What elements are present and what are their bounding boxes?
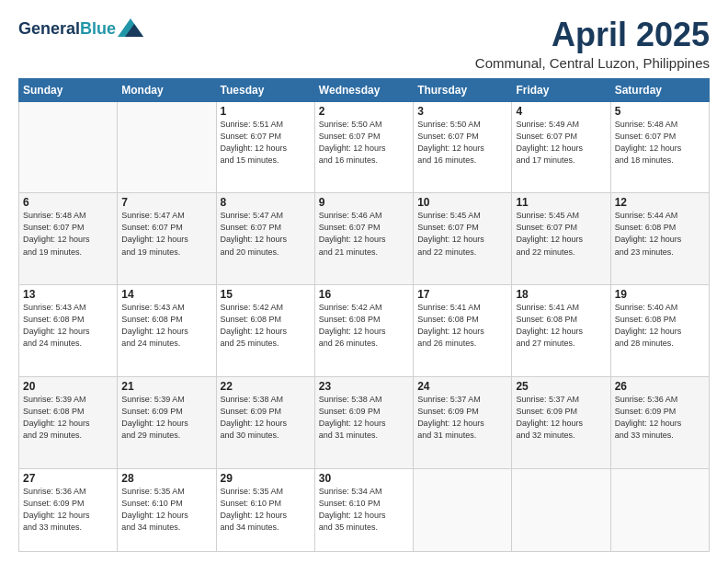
calendar-cell: 6Sunrise: 5:48 AM Sunset: 6:07 PM Daylig… bbox=[19, 193, 118, 285]
day-number: 14 bbox=[121, 288, 211, 301]
day-number: 1 bbox=[221, 105, 311, 118]
calendar-week-row: 20Sunrise: 5:39 AM Sunset: 6:08 PM Dayli… bbox=[19, 376, 710, 468]
calendar-cell bbox=[610, 468, 709, 551]
logo-text: GeneralBlue bbox=[18, 20, 116, 39]
location-subtitle: Communal, Central Luzon, Philippines bbox=[475, 55, 710, 71]
calendar-cell: 12Sunrise: 5:44 AM Sunset: 6:08 PM Dayli… bbox=[610, 193, 709, 285]
calendar-week-row: 1Sunrise: 5:51 AM Sunset: 6:07 PM Daylig… bbox=[19, 101, 710, 193]
header: GeneralBlue April 2025 Communal, Central… bbox=[18, 17, 710, 71]
day-info: Sunrise: 5:42 AM Sunset: 6:08 PM Dayligh… bbox=[319, 302, 409, 350]
day-info: Sunrise: 5:36 AM Sunset: 6:09 PM Dayligh… bbox=[23, 486, 113, 534]
day-number: 28 bbox=[121, 472, 211, 485]
calendar-cell: 4Sunrise: 5:49 AM Sunset: 6:07 PM Daylig… bbox=[512, 101, 610, 193]
day-info: Sunrise: 5:50 AM Sunset: 6:07 PM Dayligh… bbox=[417, 119, 507, 167]
day-number: 13 bbox=[23, 288, 113, 301]
day-number: 17 bbox=[417, 288, 507, 301]
day-info: Sunrise: 5:45 AM Sunset: 6:07 PM Dayligh… bbox=[516, 210, 606, 258]
calendar-cell: 20Sunrise: 5:39 AM Sunset: 6:08 PM Dayli… bbox=[19, 376, 118, 468]
calendar-cell: 22Sunrise: 5:38 AM Sunset: 6:09 PM Dayli… bbox=[216, 376, 314, 468]
day-number: 6 bbox=[23, 196, 113, 209]
calendar-cell: 30Sunrise: 5:34 AM Sunset: 6:10 PM Dayli… bbox=[314, 468, 413, 551]
calendar-cell: 18Sunrise: 5:41 AM Sunset: 6:08 PM Dayli… bbox=[512, 285, 610, 377]
calendar-cell: 2Sunrise: 5:50 AM Sunset: 6:07 PM Daylig… bbox=[314, 101, 413, 193]
calendar-week-row: 27Sunrise: 5:36 AM Sunset: 6:09 PM Dayli… bbox=[19, 468, 710, 551]
calendar-cell: 13Sunrise: 5:43 AM Sunset: 6:08 PM Dayli… bbox=[19, 285, 118, 377]
title-block: April 2025 Communal, Central Luzon, Phil… bbox=[475, 17, 710, 71]
page: GeneralBlue April 2025 Communal, Central… bbox=[0, 0, 728, 563]
day-number: 20 bbox=[23, 380, 113, 393]
calendar-cell: 29Sunrise: 5:35 AM Sunset: 6:10 PM Dayli… bbox=[216, 468, 314, 551]
logo: GeneralBlue bbox=[18, 20, 143, 39]
calendar-cell: 17Sunrise: 5:41 AM Sunset: 6:08 PM Dayli… bbox=[414, 285, 512, 377]
day-number: 3 bbox=[417, 105, 507, 118]
day-number: 7 bbox=[121, 196, 211, 209]
calendar-cell: 7Sunrise: 5:47 AM Sunset: 6:07 PM Daylig… bbox=[118, 193, 216, 285]
calendar-cell bbox=[19, 101, 118, 193]
day-of-week-header: Saturday bbox=[610, 78, 709, 101]
day-info: Sunrise: 5:49 AM Sunset: 6:07 PM Dayligh… bbox=[516, 119, 606, 167]
calendar-cell: 16Sunrise: 5:42 AM Sunset: 6:08 PM Dayli… bbox=[314, 285, 413, 377]
day-of-week-header: Tuesday bbox=[216, 78, 314, 101]
calendar-cell: 1Sunrise: 5:51 AM Sunset: 6:07 PM Daylig… bbox=[216, 101, 314, 193]
calendar-cell: 19Sunrise: 5:40 AM Sunset: 6:08 PM Dayli… bbox=[610, 285, 709, 377]
calendar-week-row: 6Sunrise: 5:48 AM Sunset: 6:07 PM Daylig… bbox=[19, 193, 710, 285]
day-number: 21 bbox=[121, 380, 211, 393]
day-info: Sunrise: 5:51 AM Sunset: 6:07 PM Dayligh… bbox=[221, 119, 311, 167]
day-number: 27 bbox=[23, 472, 113, 485]
day-info: Sunrise: 5:50 AM Sunset: 6:07 PM Dayligh… bbox=[319, 119, 409, 167]
day-info: Sunrise: 5:40 AM Sunset: 6:08 PM Dayligh… bbox=[615, 302, 705, 350]
calendar-cell bbox=[414, 468, 512, 551]
day-info: Sunrise: 5:37 AM Sunset: 6:09 PM Dayligh… bbox=[417, 394, 507, 442]
calendar-cell: 27Sunrise: 5:36 AM Sunset: 6:09 PM Dayli… bbox=[19, 468, 118, 551]
day-number: 8 bbox=[221, 196, 311, 209]
calendar-cell: 5Sunrise: 5:48 AM Sunset: 6:07 PM Daylig… bbox=[610, 101, 709, 193]
day-info: Sunrise: 5:48 AM Sunset: 6:07 PM Dayligh… bbox=[23, 210, 113, 258]
day-info: Sunrise: 5:43 AM Sunset: 6:08 PM Dayligh… bbox=[23, 302, 113, 350]
day-number: 22 bbox=[221, 380, 311, 393]
calendar-header-row: SundayMondayTuesdayWednesdayThursdayFrid… bbox=[19, 78, 710, 101]
logo-icon bbox=[118, 18, 143, 37]
day-number: 29 bbox=[221, 472, 311, 485]
calendar-table: SundayMondayTuesdayWednesdayThursdayFrid… bbox=[18, 78, 710, 552]
day-info: Sunrise: 5:38 AM Sunset: 6:09 PM Dayligh… bbox=[319, 394, 409, 442]
day-of-week-header: Thursday bbox=[414, 78, 512, 101]
day-of-week-header: Monday bbox=[118, 78, 216, 101]
day-of-week-header: Sunday bbox=[19, 78, 118, 101]
day-info: Sunrise: 5:41 AM Sunset: 6:08 PM Dayligh… bbox=[417, 302, 507, 350]
day-number: 4 bbox=[516, 105, 606, 118]
calendar-cell: 10Sunrise: 5:45 AM Sunset: 6:07 PM Dayli… bbox=[414, 193, 512, 285]
day-number: 10 bbox=[417, 196, 507, 209]
day-info: Sunrise: 5:35 AM Sunset: 6:10 PM Dayligh… bbox=[121, 486, 211, 534]
day-info: Sunrise: 5:45 AM Sunset: 6:07 PM Dayligh… bbox=[417, 210, 507, 258]
calendar-cell: 11Sunrise: 5:45 AM Sunset: 6:07 PM Dayli… bbox=[512, 193, 610, 285]
day-info: Sunrise: 5:38 AM Sunset: 6:09 PM Dayligh… bbox=[221, 394, 311, 442]
calendar-cell: 15Sunrise: 5:42 AM Sunset: 6:08 PM Dayli… bbox=[216, 285, 314, 377]
calendar-cell: 21Sunrise: 5:39 AM Sunset: 6:09 PM Dayli… bbox=[118, 376, 216, 468]
day-info: Sunrise: 5:41 AM Sunset: 6:08 PM Dayligh… bbox=[516, 302, 606, 350]
calendar-cell: 8Sunrise: 5:47 AM Sunset: 6:07 PM Daylig… bbox=[216, 193, 314, 285]
day-info: Sunrise: 5:47 AM Sunset: 6:07 PM Dayligh… bbox=[121, 210, 211, 258]
day-info: Sunrise: 5:37 AM Sunset: 6:09 PM Dayligh… bbox=[516, 394, 606, 442]
calendar-cell: 26Sunrise: 5:36 AM Sunset: 6:09 PM Dayli… bbox=[610, 376, 709, 468]
day-number: 16 bbox=[319, 288, 409, 301]
calendar-cell bbox=[118, 101, 216, 193]
day-number: 30 bbox=[319, 472, 409, 485]
day-of-week-header: Wednesday bbox=[314, 78, 413, 101]
day-number: 23 bbox=[319, 380, 409, 393]
calendar-week-row: 13Sunrise: 5:43 AM Sunset: 6:08 PM Dayli… bbox=[19, 285, 710, 377]
calendar-cell: 23Sunrise: 5:38 AM Sunset: 6:09 PM Dayli… bbox=[314, 376, 413, 468]
calendar-cell: 24Sunrise: 5:37 AM Sunset: 6:09 PM Dayli… bbox=[414, 376, 512, 468]
day-number: 12 bbox=[615, 196, 705, 209]
day-number: 9 bbox=[319, 196, 409, 209]
day-info: Sunrise: 5:34 AM Sunset: 6:10 PM Dayligh… bbox=[319, 486, 409, 534]
month-title: April 2025 bbox=[475, 17, 710, 53]
day-number: 18 bbox=[516, 288, 606, 301]
day-info: Sunrise: 5:44 AM Sunset: 6:08 PM Dayligh… bbox=[615, 210, 705, 258]
day-number: 5 bbox=[615, 105, 705, 118]
day-info: Sunrise: 5:36 AM Sunset: 6:09 PM Dayligh… bbox=[615, 394, 705, 442]
day-number: 15 bbox=[221, 288, 311, 301]
day-number: 24 bbox=[417, 380, 507, 393]
day-number: 25 bbox=[516, 380, 606, 393]
day-number: 2 bbox=[319, 105, 409, 118]
day-info: Sunrise: 5:35 AM Sunset: 6:10 PM Dayligh… bbox=[221, 486, 311, 534]
